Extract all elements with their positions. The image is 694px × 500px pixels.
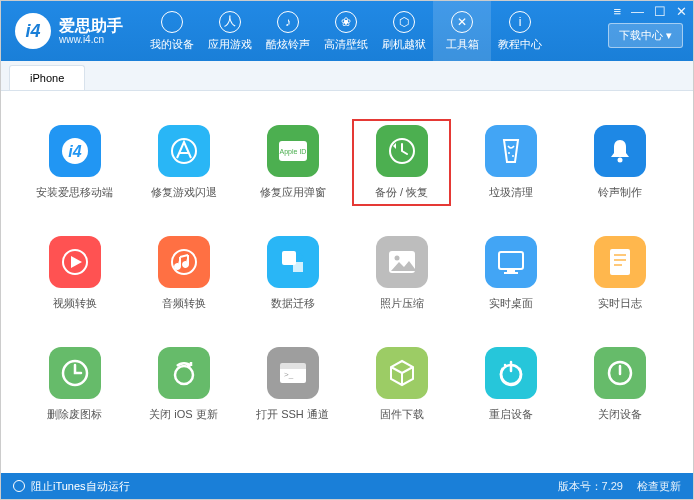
- tool-icon: Apple ID: [267, 125, 319, 177]
- svg-text:i4: i4: [68, 143, 81, 160]
- tool-label: 实时日志: [598, 296, 642, 311]
- menu-icon[interactable]: ≡: [613, 4, 621, 19]
- tool-9[interactable]: 照片压缩: [352, 230, 451, 317]
- tab-bar: iPhone: [1, 61, 693, 91]
- svg-rect-17: [610, 249, 630, 275]
- tool-icon: [158, 125, 210, 177]
- tool-icon: >_: [267, 347, 319, 399]
- tool-icon: [376, 125, 428, 177]
- nav-my-device[interactable]: 我的设备: [143, 1, 201, 61]
- minimize-icon[interactable]: —: [631, 4, 644, 19]
- tool-1[interactable]: 修复游戏闪退: [134, 119, 233, 206]
- header-bar: i4 爱思助手 www.i4.cn 我的设备 人应用游戏 ♪酷炫铃声 ❀高清壁纸…: [1, 1, 693, 61]
- tool-icon: [594, 347, 646, 399]
- tool-icon: [485, 236, 537, 288]
- tool-13[interactable]: 关闭 iOS 更新: [134, 341, 233, 428]
- nav-apps[interactable]: 人应用游戏: [201, 1, 259, 61]
- logo-icon: i4: [15, 13, 51, 49]
- window-controls: ≡ — ☐ ✕: [613, 4, 687, 19]
- info-icon: i: [509, 11, 531, 33]
- download-center-button[interactable]: 下载中心 ▾: [608, 23, 683, 48]
- tool-10[interactable]: 实时桌面: [461, 230, 560, 317]
- svg-rect-24: [280, 363, 306, 369]
- brand-url: www.i4.cn: [59, 34, 123, 45]
- main-nav: 我的设备 人应用游戏 ♪酷炫铃声 ❀高清壁纸 ⬡刷机越狱 ✕工具箱 i教程中心: [143, 1, 549, 61]
- tool-icon: [158, 236, 210, 288]
- tools-icon: ✕: [451, 11, 473, 33]
- tool-icon: [267, 236, 319, 288]
- tool-icon: i4: [49, 125, 101, 177]
- tool-label: 数据迁移: [271, 296, 315, 311]
- nav-tutorials[interactable]: i教程中心: [491, 1, 549, 61]
- tool-12[interactable]: 删除废图标: [25, 341, 124, 428]
- tool-3[interactable]: 备份 / 恢复: [352, 119, 451, 206]
- tool-icon: [49, 347, 101, 399]
- tool-icon: [594, 236, 646, 288]
- brand-name: 爱思助手: [59, 17, 123, 35]
- nav-ringtones[interactable]: ♪酷炫铃声: [259, 1, 317, 61]
- tool-label: 实时桌面: [489, 296, 533, 311]
- nav-wallpaper[interactable]: ❀高清壁纸: [317, 1, 375, 61]
- apple-icon: [161, 11, 183, 33]
- tool-label: 备份 / 恢复: [375, 185, 428, 200]
- tool-8[interactable]: 数据迁移: [243, 230, 342, 317]
- svg-point-22: [175, 366, 193, 384]
- tool-0[interactable]: i4安装爱思移动端: [25, 119, 124, 206]
- tool-icon: [158, 347, 210, 399]
- tools-grid: i4安装爱思移动端修复游戏闪退Apple ID修复应用弹窗备份 / 恢复垃圾清理…: [1, 91, 693, 456]
- tool-6[interactable]: 视频转换: [25, 230, 124, 317]
- svg-point-13: [394, 256, 399, 261]
- tool-label: 关闭 iOS 更新: [149, 407, 217, 422]
- svg-point-8: [617, 158, 622, 163]
- svg-point-7: [512, 155, 514, 157]
- tool-label: 修复游戏闪退: [151, 185, 217, 200]
- tool-label: 修复应用弹窗: [260, 185, 326, 200]
- tool-label: 安装爱思移动端: [36, 185, 113, 200]
- tool-16[interactable]: 重启设备: [461, 341, 560, 428]
- tool-15[interactable]: 固件下载: [352, 341, 451, 428]
- tool-label: 打开 SSH 通道: [256, 407, 329, 422]
- tool-label: 关闭设备: [598, 407, 642, 422]
- tab-iphone[interactable]: iPhone: [9, 65, 85, 90]
- version-label: 版本号：7.29: [558, 479, 623, 494]
- tool-label: 重启设备: [489, 407, 533, 422]
- tool-icon: [594, 125, 646, 177]
- tool-label: 铃声制作: [598, 185, 642, 200]
- tool-5[interactable]: 铃声制作: [570, 119, 669, 206]
- status-bar: 阻止iTunes自动运行 版本号：7.29 检查更新: [1, 473, 693, 499]
- svg-text:>_: >_: [284, 370, 294, 379]
- paint-icon: ❀: [335, 11, 357, 33]
- tool-label: 固件下载: [380, 407, 424, 422]
- tool-icon: [376, 347, 428, 399]
- tool-icon: [49, 236, 101, 288]
- tool-icon: [485, 125, 537, 177]
- nav-jailbreak[interactable]: ⬡刷机越狱: [375, 1, 433, 61]
- close-icon[interactable]: ✕: [676, 4, 687, 19]
- bell-icon: ♪: [277, 11, 299, 33]
- check-update-link[interactable]: 检查更新: [637, 479, 681, 494]
- svg-rect-15: [507, 270, 515, 272]
- tool-17[interactable]: 关闭设备: [570, 341, 669, 428]
- tool-14[interactable]: >_打开 SSH 通道: [243, 341, 342, 428]
- toggle-icon[interactable]: [13, 480, 25, 492]
- maximize-icon[interactable]: ☐: [654, 4, 666, 19]
- tool-icon: [485, 347, 537, 399]
- tool-label: 音频转换: [162, 296, 206, 311]
- tool-label: 删除废图标: [47, 407, 102, 422]
- svg-point-6: [508, 152, 510, 154]
- logo[interactable]: i4 爱思助手 www.i4.cn: [1, 13, 137, 49]
- nav-toolbox[interactable]: ✕工具箱: [433, 1, 491, 61]
- tool-label: 垃圾清理: [489, 185, 533, 200]
- svg-rect-14: [499, 252, 523, 269]
- tool-11[interactable]: 实时日志: [570, 230, 669, 317]
- tool-7[interactable]: 音频转换: [134, 230, 233, 317]
- svg-rect-16: [504, 272, 518, 274]
- box-icon: ⬡: [393, 11, 415, 33]
- tool-label: 视频转换: [53, 296, 97, 311]
- itunes-toggle-label[interactable]: 阻止iTunes自动运行: [31, 479, 130, 494]
- svg-text:Apple ID: Apple ID: [279, 148, 306, 156]
- tool-4[interactable]: 垃圾清理: [461, 119, 560, 206]
- tool-icon: [376, 236, 428, 288]
- tool-2[interactable]: Apple ID修复应用弹窗: [243, 119, 342, 206]
- tool-label: 照片压缩: [380, 296, 424, 311]
